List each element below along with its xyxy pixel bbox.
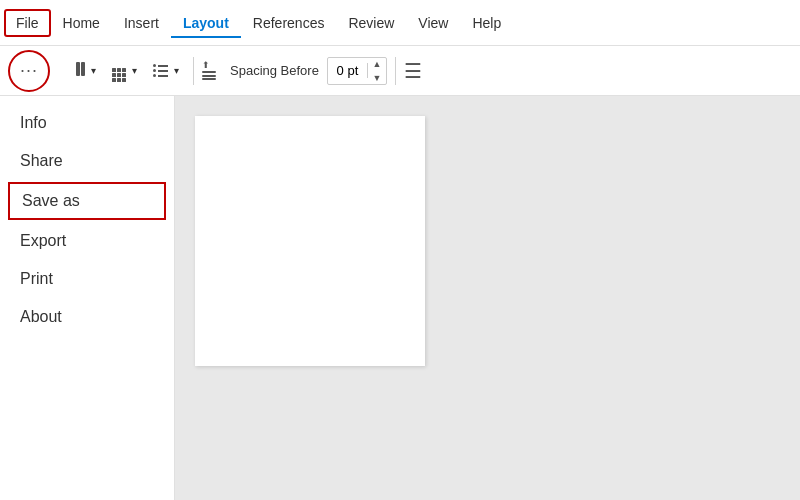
- more-options-button[interactable]: ···: [8, 50, 50, 92]
- margins-icon: [112, 60, 128, 82]
- spacing-arrows[interactable]: ▲ ▼: [368, 57, 386, 85]
- dropdown-export[interactable]: Export: [0, 222, 174, 260]
- menu-home[interactable]: Home: [51, 9, 112, 37]
- menu-view[interactable]: View: [406, 9, 460, 37]
- document-page: [195, 116, 425, 366]
- dropdown-share[interactable]: Share: [0, 142, 174, 180]
- spacing-icon: ⬆: [202, 61, 222, 80]
- columns-icon: [76, 62, 87, 79]
- spacing-before-value: 0 pt: [328, 63, 368, 78]
- menu-references[interactable]: References: [241, 9, 337, 37]
- menu-bar: File Home Insert Layout References Revie…: [0, 0, 800, 46]
- menu-review[interactable]: Review: [336, 9, 406, 37]
- file-dropdown-panel: Info Share Save as Export Print About: [0, 96, 175, 500]
- line-spacing-button[interactable]: ▾: [147, 60, 185, 81]
- line-spacing-chevron-icon: ▾: [174, 65, 179, 76]
- spacing-up-arrow[interactable]: ▲: [368, 57, 386, 71]
- toolbar-separator-2: [395, 57, 396, 85]
- toolbar: ··· ▾ ▾: [0, 46, 800, 96]
- dropdown-about[interactable]: About: [0, 298, 174, 336]
- main-area: Info Share Save as Export Print About: [0, 96, 800, 500]
- document-area: [175, 96, 800, 500]
- dropdown-info[interactable]: Info: [0, 104, 174, 142]
- spacing-down-arrow[interactable]: ▼: [368, 71, 386, 85]
- spacing-before-label: Spacing Before: [230, 63, 319, 78]
- dropdown-save-as[interactable]: Save as: [8, 182, 166, 220]
- toolbar-separator: [193, 57, 194, 85]
- menu-help[interactable]: Help: [460, 9, 513, 37]
- menu-insert[interactable]: Insert: [112, 9, 171, 37]
- menu-layout[interactable]: Layout: [171, 9, 241, 37]
- menu-file[interactable]: File: [4, 9, 51, 37]
- dropdown-print[interactable]: Print: [0, 260, 174, 298]
- columns-chevron-icon: ▾: [91, 65, 96, 76]
- spacing-before-input[interactable]: 0 pt ▲ ▼: [327, 57, 387, 85]
- margins-chevron-icon: ▾: [132, 65, 137, 76]
- line-spacing-icon: [153, 64, 170, 77]
- more-ribbon-icon[interactable]: ☰: [404, 59, 422, 83]
- margins-button[interactable]: ▾: [106, 56, 143, 86]
- columns-button[interactable]: ▾: [70, 58, 102, 83]
